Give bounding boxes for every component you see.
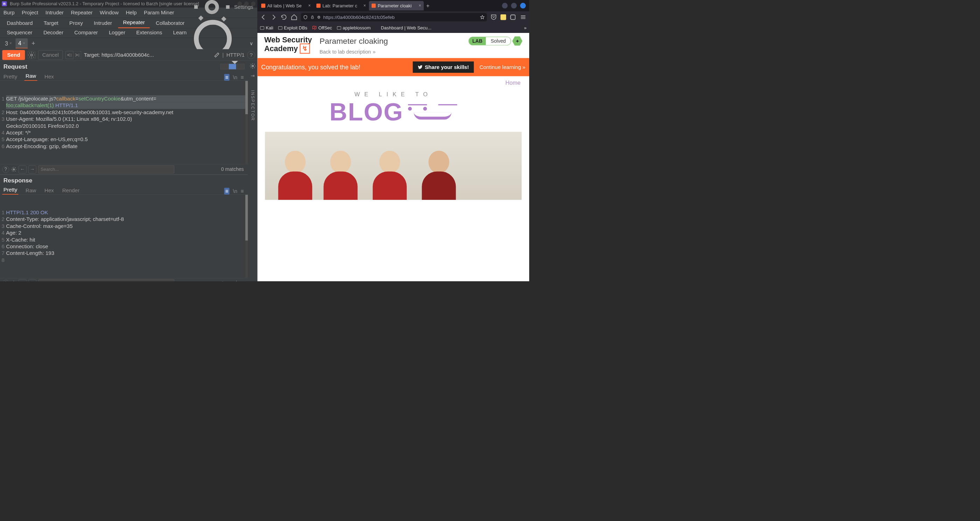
- reload-button[interactable]: [280, 14, 287, 20]
- tool-tab-extensions[interactable]: Extensions: [131, 28, 167, 37]
- tool-tab-target[interactable]: Target: [39, 18, 64, 28]
- back-button[interactable]: [260, 14, 267, 20]
- layout-combined-icon[interactable]: [237, 64, 245, 69]
- close-tab-icon[interactable]: ×: [309, 3, 311, 8]
- response-help-icon[interactable]: ?: [2, 280, 9, 282]
- shield-icon[interactable]: [303, 15, 308, 20]
- request-search-input[interactable]: [38, 165, 174, 173]
- newline-icon[interactable]: \n: [233, 74, 237, 80]
- request-editor[interactable]: 1GET /js/geolocate.js?callback=setCountr…: [0, 81, 248, 164]
- share-button[interactable]: Share your skills!: [413, 62, 474, 73]
- bookmark-star-icon[interactable]: [480, 15, 485, 20]
- cancel-button[interactable]: Cancel: [38, 50, 63, 59]
- pocket-icon[interactable]: [490, 14, 497, 20]
- window-close-icon[interactable]: [520, 3, 526, 8]
- history-fwd-button[interactable]: >|: [73, 51, 81, 59]
- close-tab-icon[interactable]: ×: [363, 3, 366, 8]
- search-next-icon[interactable]: →: [29, 279, 37, 281]
- response-settings-icon[interactable]: [11, 280, 16, 282]
- window-min-icon[interactable]: [502, 3, 508, 8]
- request-help-icon[interactable]: ?: [2, 166, 9, 173]
- response-subtab-render[interactable]: Render: [61, 186, 81, 195]
- bookmark-exploit-dbs[interactable]: Exploit DBs: [278, 25, 307, 30]
- forward-button[interactable]: [270, 14, 277, 20]
- add-tab-button[interactable]: +: [29, 40, 38, 47]
- scrollbar-icon[interactable]: [245, 195, 248, 278]
- bookmarks-overflow-icon[interactable]: »: [524, 25, 527, 30]
- inspector-label[interactable]: INSPECTOR: [250, 90, 255, 121]
- menu-icon[interactable]: ≡: [241, 74, 244, 80]
- tool-tab-sequencer[interactable]: Sequencer: [2, 28, 37, 37]
- request-settings-icon[interactable]: [11, 166, 16, 172]
- search-next-icon[interactable]: →: [29, 165, 37, 173]
- url-bar[interactable]: ⚙ https://0a4000b604c8241fc05efeb: [301, 13, 487, 21]
- menu-icon[interactable]: ≡: [241, 188, 244, 194]
- menu-project[interactable]: Project: [22, 10, 38, 15]
- bookmark-kali[interactable]: Kali: [260, 25, 274, 30]
- response-subtab-hex[interactable]: Hex: [43, 186, 55, 195]
- tabs-menu-icon[interactable]: ∨: [250, 41, 253, 46]
- browser-tab[interactable]: All labs | Web Se×: [259, 1, 313, 11]
- menu-intruder[interactable]: Intruder: [46, 10, 64, 15]
- browser-tab[interactable]: Lab: Parameter c×: [313, 1, 369, 11]
- layout-vertical-icon[interactable]: [229, 64, 236, 69]
- extensions-icon[interactable]: [510, 14, 516, 20]
- tool-tab-comparer[interactable]: Comparer: [69, 28, 103, 37]
- menu-param-miner[interactable]: Param Miner: [144, 10, 174, 15]
- search-prev-icon[interactable]: ←: [19, 279, 27, 281]
- close-tab-icon[interactable]: ×: [418, 3, 421, 8]
- search-prev-icon[interactable]: ←: [19, 165, 27, 173]
- browser-tab[interactable]: Parameter cloaki×: [369, 1, 424, 11]
- tool-tab-repeater[interactable]: Repeater: [118, 18, 150, 28]
- response-search-input[interactable]: [38, 279, 174, 281]
- newline-icon[interactable]: \n: [233, 188, 237, 194]
- bookmark-appleblossom[interactable]: appleblossom: [337, 25, 371, 30]
- response-subtab-pretty[interactable]: Pretty: [2, 186, 18, 194]
- close-icon[interactable]: ×: [10, 41, 11, 46]
- burp-extension-icon[interactable]: [501, 14, 506, 20]
- repeater-tab-3[interactable]: 3×: [2, 38, 14, 49]
- menu-window[interactable]: Window: [100, 10, 119, 15]
- back-to-description-link[interactable]: Back to lab description »: [320, 49, 375, 55]
- scrollbar-icon[interactable]: [245, 81, 248, 164]
- edit-target-icon[interactable]: [214, 52, 220, 58]
- continue-link[interactable]: Continue learning »: [479, 64, 525, 70]
- request-subtab-pretty[interactable]: Pretty: [2, 72, 18, 81]
- tool-tab-decoder[interactable]: Decoder: [38, 28, 68, 37]
- history-back-button[interactable]: <|: [65, 51, 73, 59]
- tool-tab-learn[interactable]: Learn: [169, 28, 192, 37]
- response-editor[interactable]: 1HTTP/1.1 200 OK2Content-Type: applicati…: [0, 195, 248, 278]
- repeater-tab-4[interactable]: 4×: [15, 38, 28, 49]
- request-subtab-hex[interactable]: Hex: [43, 72, 55, 81]
- wsa-logo[interactable]: Web Security Academy ↯: [264, 36, 312, 54]
- gear-icon[interactable]: [250, 63, 256, 69]
- bookmark-offsec[interactable]: 卬OffSec: [312, 25, 332, 31]
- tool-tab-proxy[interactable]: Proxy: [64, 18, 88, 28]
- menu-help[interactable]: Help: [126, 10, 137, 15]
- close-icon[interactable]: ×: [23, 41, 25, 45]
- http-version-label[interactable]: HTTP/1: [226, 52, 245, 58]
- new-tab-button[interactable]: +: [424, 2, 432, 10]
- menu-burp[interactable]: Burp: [3, 10, 15, 15]
- permissions-icon[interactable]: ⚙: [317, 15, 321, 20]
- request-subtab-raw[interactable]: Raw: [24, 72, 37, 81]
- response-subtab-raw[interactable]: Raw: [24, 186, 37, 195]
- tool-tab-dashboard[interactable]: Dashboard: [2, 18, 37, 28]
- menu-icon[interactable]: [520, 14, 527, 20]
- send-options-icon[interactable]: [28, 51, 36, 59]
- help-icon[interactable]: ?: [247, 51, 255, 59]
- tool-tab-intruder[interactable]: Intruder: [89, 18, 117, 28]
- bookmark-dashboard-web-secu-[interactable]: Dashboard | Web Secu...: [375, 25, 431, 30]
- tool-tab-logger[interactable]: Logger: [104, 28, 130, 37]
- menu-repeater[interactable]: Repeater: [71, 10, 92, 15]
- home-button[interactable]: [291, 14, 298, 20]
- layout-horizontal-icon[interactable]: [221, 64, 228, 69]
- home-link[interactable]: Home: [505, 80, 520, 86]
- wrap-icon[interactable]: ≡: [224, 188, 229, 194]
- target-label[interactable]: Target: https://0a4000b604c...: [84, 52, 212, 58]
- expand-inspector-icon[interactable]: ⇥: [251, 73, 255, 79]
- wrap-icon[interactable]: ≡: [224, 74, 229, 81]
- tool-tab-collaborator[interactable]: Collaborator: [151, 18, 189, 28]
- send-button[interactable]: Send: [2, 50, 25, 60]
- window-max-icon[interactable]: [511, 3, 517, 8]
